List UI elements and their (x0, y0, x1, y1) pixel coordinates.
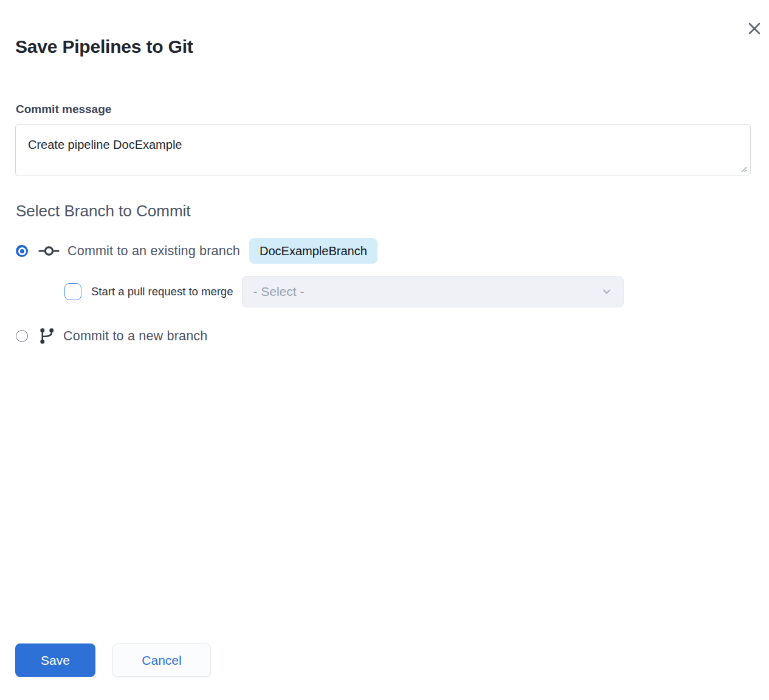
existing-branch-row: Commit to an existing branch DocExampleB… (16, 238, 769, 264)
branch-section-heading: Select Branch to Commit (16, 201, 769, 221)
pull-request-label: Start a pull request to merge (91, 285, 233, 298)
close-icon (748, 22, 761, 35)
target-branch-select-value: - Select - (253, 284, 304, 299)
git-branch-icon (39, 327, 55, 345)
pull-request-row: Start a pull request to merge - Select - (64, 276, 769, 307)
commit-message-input[interactable]: Create pipeline DocExample (16, 125, 750, 176)
actions-row: Save Cancel (15, 643, 211, 677)
existing-branch-radio[interactable] (16, 245, 28, 257)
new-branch-radio[interactable] (16, 330, 28, 342)
new-branch-label: Commit to a new branch (63, 329, 207, 344)
existing-branch-label: Commit to an existing branch (67, 244, 240, 259)
chevron-down-icon (601, 286, 613, 298)
cancel-button[interactable]: Cancel (112, 643, 211, 677)
pull-request-checkbox[interactable] (64, 283, 81, 300)
save-pipelines-modal: Save Pipelines to Git Commit message Cre… (0, 0, 769, 700)
close-button[interactable] (743, 18, 765, 39)
new-branch-row: Commit to a new branch (16, 327, 769, 345)
modal-title: Save Pipelines to Git (15, 35, 769, 58)
commit-message-label: Commit message (16, 102, 769, 116)
commit-message-field: Create pipeline DocExample (15, 124, 751, 176)
save-button[interactable]: Save (15, 643, 95, 677)
resize-handle-icon[interactable] (739, 164, 747, 173)
git-commit-icon (38, 244, 60, 258)
target-branch-select[interactable]: - Select - (242, 276, 624, 307)
branch-badge[interactable]: DocExampleBranch (249, 238, 378, 264)
